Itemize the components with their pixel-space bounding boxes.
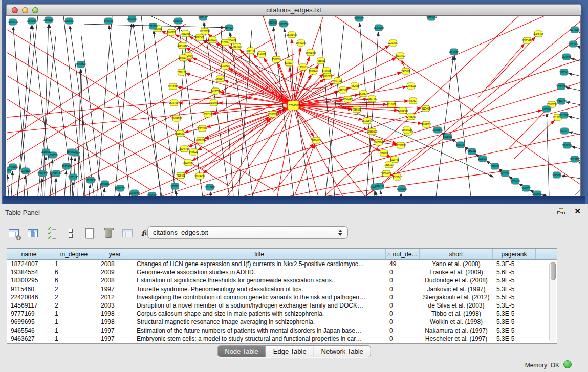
graph-node[interactable]: 12145194 — [51, 170, 62, 177]
graph-node[interactable]: 9474444 — [467, 148, 476, 155]
graph-node[interactable]: 9914158 — [375, 183, 384, 189]
graph-node[interactable]: 10688609 — [367, 128, 378, 135]
graph-node[interactable]: 8938923 — [443, 134, 452, 140]
graph-node[interactable]: 8990448 — [309, 68, 318, 74]
graph-node[interactable]: 21053346 — [76, 61, 86, 68]
graph-node[interactable]: 18724007 — [287, 101, 299, 110]
graph-node[interactable]: 16543382 — [177, 42, 188, 49]
graph-node[interactable]: 8813054 — [268, 19, 277, 26]
graph-node[interactable]: 9245082 — [552, 172, 561, 178]
tab-network-table[interactable]: Network Table — [314, 346, 371, 357]
graph-node[interactable]: 3624534 — [359, 91, 368, 97]
graph-node[interactable]: 17334262 — [397, 186, 407, 192]
table-row[interactable]: 911546021997Tourette syndrome. Phenomeno… — [7, 285, 557, 293]
close-panel-icon[interactable]: ✕ — [574, 207, 581, 216]
graph-node[interactable]: 16854923 — [171, 115, 182, 121]
graph-node[interactable]: 9890137 — [179, 55, 188, 61]
graph-node[interactable]: 9827508 — [195, 34, 204, 40]
graph-node[interactable]: 10654112 — [510, 178, 520, 184]
graph-node[interactable]: 12975115 — [406, 83, 416, 89]
graph-node[interactable]: 16409541 — [432, 127, 443, 133]
graph-node[interactable]: 7515526 — [148, 23, 158, 29]
table-row[interactable]: 977716911998Corpus callosum shape and si… — [7, 310, 557, 318]
graph-node[interactable]: 1362615 — [298, 64, 308, 70]
graph-node[interactable]: 2803144 — [215, 76, 225, 82]
resize-grip[interactable] — [577, 192, 580, 195]
table-row[interactable]: 2242004622012Investigating the contribut… — [7, 293, 557, 301]
graph-node[interactable]: 16033809 — [127, 16, 138, 22]
graph-node[interactable]: 8427552 — [211, 88, 220, 94]
graph-node[interactable]: 10973493 — [395, 53, 406, 59]
graph-node[interactable]: 9463627 — [408, 98, 418, 104]
graph-node[interactable]: 9170041 — [209, 100, 219, 106]
graph-node[interactable]: 9242848 — [221, 63, 230, 69]
column-header-pagerank[interactable]: pagerank — [493, 249, 536, 259]
graph-node[interactable]: 12923468 — [129, 190, 140, 196]
graph-node[interactable]: 12213967 — [388, 40, 399, 46]
table-row[interactable]: 946554611997Estimation of the future num… — [7, 326, 557, 335]
column-header-in_degree[interactable]: in_degree — [51, 249, 97, 259]
graph-node[interactable]: 1588520 — [272, 56, 281, 62]
graph-node[interactable]: 15654923 — [402, 127, 412, 133]
graph-node[interactable]: 7632621 — [490, 163, 499, 169]
graph-node[interactable]: 16782759 — [115, 185, 126, 191]
graph-node[interactable]: 13756928 — [396, 142, 406, 148]
graph-node[interactable]: 7625402 — [176, 172, 185, 179]
resize-grip[interactable] — [575, 190, 580, 195]
graph-node[interactable]: 16640910 — [296, 40, 307, 46]
graph-node[interactable]: 2684067 — [379, 150, 388, 156]
graph-node[interactable]: 8322037 — [285, 60, 294, 66]
graph-node[interactable]: 15992071 — [559, 128, 570, 134]
graph-node[interactable]: 7986322 — [352, 106, 361, 113]
graph-node[interactable]: 18524851 — [381, 170, 392, 177]
graph-node[interactable]: 16648784 — [449, 49, 460, 55]
table-selector-dropdown[interactable]: citations_edges.txt — [147, 226, 348, 239]
graph-node[interactable]: 9245652 — [521, 185, 531, 191]
graph-node[interactable]: 10807483 — [367, 96, 378, 102]
graph-node[interactable]: 2522547 — [393, 174, 402, 180]
tab-edge-table[interactable]: Edge Table — [266, 346, 314, 357]
graph-node[interactable]: 10719145 — [173, 18, 184, 24]
network-canvas[interactable]: 1872400776638229660128891295418226058982… — [7, 16, 581, 196]
row-merge-icon[interactable] — [64, 227, 77, 240]
graph-node[interactable]: 9146821 — [257, 51, 266, 57]
graph-node[interactable]: 15276029 — [64, 18, 75, 24]
graph-node[interactable]: 16961758 — [306, 50, 316, 56]
graph-node[interactable]: 18072749 — [374, 139, 384, 145]
graph-node[interactable]: 10025488 — [398, 107, 408, 114]
graph-node[interactable]: 12353594 — [197, 125, 208, 132]
graph-node[interactable]: 9660128 — [167, 29, 176, 35]
graph-node[interactable]: 11675307 — [570, 156, 580, 162]
new-table-icon[interactable] — [83, 227, 96, 240]
graph-node[interactable]: 9466160 — [104, 18, 113, 24]
graph-node[interactable]: 20687682 — [354, 16, 365, 21]
graph-node[interactable]: 6734028 — [322, 68, 331, 74]
graph-node[interactable]: 2718126 — [177, 69, 186, 75]
table-row[interactable]: 946362711997Embryonic stem cells: a mode… — [7, 335, 557, 343]
graph-node[interactable]: 18107554 — [169, 100, 180, 106]
graph-node[interactable]: 9975887 — [62, 163, 71, 169]
graph-node[interactable]: 17957253 — [85, 177, 96, 183]
graph-node[interactable]: 8471676 — [500, 170, 510, 177]
graph-node[interactable]: 19384554 — [311, 137, 322, 143]
graph-node[interactable]: 10655287 — [43, 17, 54, 23]
graph-node[interactable]: 7955812 — [316, 58, 325, 64]
table-row[interactable]: 1456911722003Disruption of a novel membe… — [7, 301, 557, 310]
column-visibility-icon[interactable] — [26, 227, 39, 240]
graph-node[interactable]: 16099489 — [183, 160, 194, 166]
column-header-out_de[interactable]: △out_de… — [386, 249, 420, 259]
graph-node[interactable]: 19218596 — [278, 21, 289, 27]
graph-node[interactable]: 14671355 — [198, 16, 209, 20]
graph-node[interactable]: 8878354 — [196, 137, 205, 143]
graph-node[interactable]: 9227343 — [559, 69, 569, 75]
graph-node[interactable]: 12213349 — [168, 83, 179, 90]
graph-node[interactable]: 15122543 — [362, 118, 373, 124]
graph-node[interactable]: 9498222 — [189, 149, 198, 155]
graph-node[interactable]: 6497568 — [338, 87, 347, 93]
graph-node[interactable]: 18300295 — [268, 111, 278, 117]
graph-node[interactable]: 2935114 — [478, 156, 487, 162]
graph-node[interactable]: 24055724 — [8, 19, 18, 25]
graph-node[interactable]: 12215430 — [522, 37, 533, 43]
graph-node[interactable]: 12444159 — [556, 98, 567, 104]
graph-node[interactable]: 9777169 — [333, 78, 342, 84]
